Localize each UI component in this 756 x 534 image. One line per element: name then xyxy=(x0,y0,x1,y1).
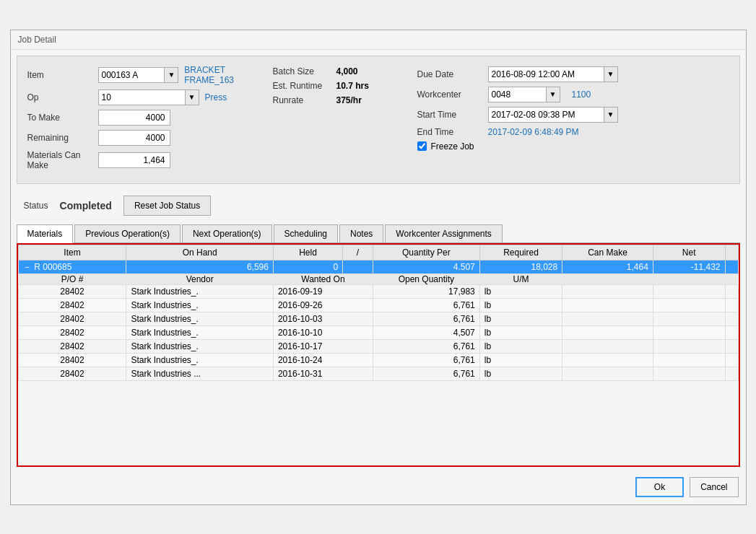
table-row: 28402 Stark Industries_. 2016-10-10 4,50… xyxy=(18,325,738,339)
row2-e3 xyxy=(725,298,738,312)
main-item-value: R 000685 xyxy=(34,262,71,272)
row5-wanted-on: 2016-10-17 xyxy=(273,339,373,353)
end-time-value: 2017-02-09 6:48:49 PM xyxy=(488,127,579,137)
due-date-label: Due Date xyxy=(417,69,482,79)
row4-e2 xyxy=(653,325,725,339)
table-row: 28402 Stark Industries ... 2016-10-31 6,… xyxy=(18,367,738,380)
job-detail-dialog: Job Detail Item 000163 A ▼ BRACKET FRAME… xyxy=(10,30,747,505)
row7-open-qty: 6,761 xyxy=(373,367,479,380)
main-item-col: − R 000685 xyxy=(18,260,126,273)
row3-open-qty: 6,761 xyxy=(373,312,479,325)
row5-e3 xyxy=(725,339,738,353)
tab-prev-op[interactable]: Previous Operation(s) xyxy=(74,224,181,242)
sub-col-open-qty: Open Quantity xyxy=(373,273,479,284)
row4-vendor: Stark Industries_. xyxy=(126,325,274,339)
col-item: Item xyxy=(18,245,126,260)
start-time-label: Start Time xyxy=(417,110,482,120)
tab-scheduling[interactable]: Scheduling xyxy=(274,224,338,242)
row3-e1 xyxy=(562,312,653,325)
mid-form-col: Batch Size 4,000 Est. Runtime 10.7 hrs R… xyxy=(273,65,403,175)
sub-col-empty2 xyxy=(653,273,725,284)
row4-e3 xyxy=(725,325,738,339)
item-label: Item xyxy=(27,70,92,80)
row1-um: lb xyxy=(479,284,562,298)
row2-vendor: Stark Industries_. xyxy=(126,298,274,312)
start-time-select[interactable]: 2017-02-08 09:38 PM ▼ xyxy=(488,107,618,123)
main-qty-per: 4.507 xyxy=(373,260,479,273)
col-scroll-space xyxy=(725,245,738,260)
materials-table: Item On Hand Held / Quantity Per Require… xyxy=(18,245,739,381)
workcenter-arrow[interactable]: ▼ xyxy=(546,87,560,102)
button-row: Ok Cancel xyxy=(11,473,746,504)
col-held: Held xyxy=(273,245,342,260)
workcenter-value: 0048 xyxy=(489,89,546,100)
item-name: BRACKET FRAME_163 xyxy=(184,65,258,85)
row4-e1 xyxy=(562,325,653,339)
left-form-col: Item 000163 A ▼ BRACKET FRAME_163 Op 10 … xyxy=(27,65,258,175)
sub-col-wanted-on: Wanted On xyxy=(273,273,373,284)
sub-col-empty1 xyxy=(562,273,653,284)
workcenter-select[interactable]: 0048 ▼ xyxy=(488,87,560,102)
row6-po: 28402 xyxy=(18,353,126,367)
workcenter-row: Workcenter 0048 ▼ 1100 xyxy=(417,87,729,102)
main-on-hand: 6,596 xyxy=(126,260,274,273)
op-label: Op xyxy=(27,92,92,102)
op-dropdown-arrow[interactable]: ▼ xyxy=(185,90,199,105)
top-section: Item 000163 A ▼ BRACKET FRAME_163 Op 10 … xyxy=(17,56,740,184)
row4-open-qty: 4,507 xyxy=(373,325,479,339)
tab-workcenter-assignments[interactable]: Workcenter Assignments xyxy=(385,224,503,242)
materials-table-section: Item On Hand Held / Quantity Per Require… xyxy=(17,243,740,467)
main-row-end xyxy=(725,260,738,273)
row7-e2 xyxy=(653,367,725,380)
main-item-row: − R 000685 6,596 0 4.507 18,028 1,464 -1… xyxy=(18,260,738,273)
freeze-job-row: Freeze Job xyxy=(417,141,729,152)
sub-col-empty3 xyxy=(725,273,738,284)
table-row: 28402 Stark Industries_. 2016-10-24 6,76… xyxy=(18,353,738,367)
row7-po: 28402 xyxy=(18,367,126,380)
tab-notes[interactable]: Notes xyxy=(339,224,383,242)
ok-button[interactable]: Ok xyxy=(635,477,684,497)
item-row: Item 000163 A ▼ BRACKET FRAME_163 xyxy=(27,65,258,85)
tab-materials[interactable]: Materials xyxy=(17,224,74,243)
reset-status-button[interactable]: Reset Job Status xyxy=(123,196,211,216)
op-select[interactable]: 10 ▼ xyxy=(98,89,199,105)
status-label: Status xyxy=(24,201,48,211)
row3-vendor: Stark Industries_. xyxy=(126,312,274,325)
dialog-title: Job Detail xyxy=(11,30,746,50)
main-slash xyxy=(343,260,373,273)
collapse-button[interactable]: − xyxy=(23,263,32,271)
due-date-arrow[interactable]: ▼ xyxy=(604,67,617,82)
materials-input[interactable]: 1,464 xyxy=(98,152,170,168)
row7-wanted-on: 2016-10-31 xyxy=(273,367,373,380)
row5-open-qty: 6,761 xyxy=(373,339,479,353)
materials-row: Materials CanMake 1,464 xyxy=(27,150,258,170)
start-time-value: 2017-02-08 09:38 PM xyxy=(489,110,604,120)
cancel-button[interactable]: Cancel xyxy=(690,477,738,497)
to-make-row: To Make 4000 xyxy=(27,110,258,126)
row7-e3 xyxy=(725,367,738,380)
col-required: Required xyxy=(479,245,562,260)
workcenter-label: Workcenter xyxy=(417,89,482,100)
tab-next-op[interactable]: Next Operation(s) xyxy=(182,224,272,242)
row5-e1 xyxy=(562,339,653,353)
row1-e1 xyxy=(562,284,653,298)
col-can-make: Can Make xyxy=(562,245,653,260)
freeze-job-checkbox[interactable] xyxy=(417,141,427,151)
item-value: 000163 A xyxy=(99,70,165,80)
item-dropdown-arrow[interactable]: ▼ xyxy=(164,68,178,82)
batch-row: Batch Size 4,000 xyxy=(273,66,403,76)
start-time-arrow[interactable]: ▼ xyxy=(604,108,617,122)
to-make-input[interactable]: 4000 xyxy=(98,110,170,126)
runtime-value: 10.7 hrs xyxy=(336,81,369,91)
end-time-label: End Time xyxy=(417,127,482,137)
freeze-job-label: Freeze Job xyxy=(431,141,474,152)
item-select[interactable]: 000163 A ▼ xyxy=(98,67,179,83)
row4-um: lb xyxy=(479,325,562,339)
runrate-label: Runrate xyxy=(273,95,331,105)
row2-um: lb xyxy=(479,298,562,312)
row6-e3 xyxy=(725,353,738,367)
row5-um: lb xyxy=(479,339,562,353)
row2-e2 xyxy=(653,298,725,312)
due-date-select[interactable]: 2016-08-09 12:00 AM ▼ xyxy=(488,66,618,82)
remaining-input[interactable]: 4000 xyxy=(98,130,170,146)
